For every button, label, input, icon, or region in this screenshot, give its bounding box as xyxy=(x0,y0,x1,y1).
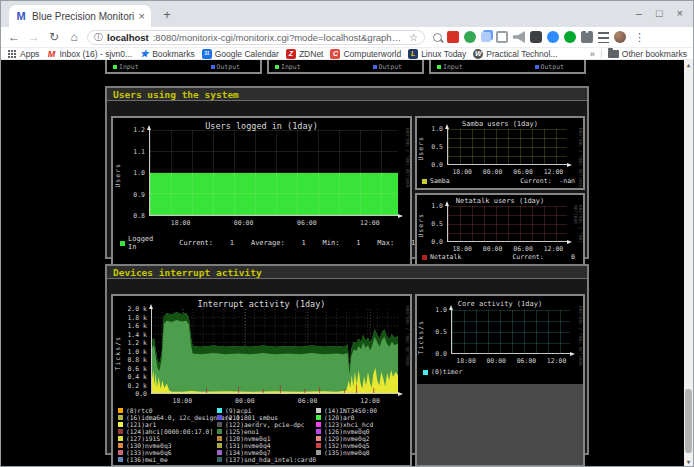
bookmarks-separator xyxy=(601,49,602,58)
tab-close-icon[interactable]: × xyxy=(139,10,145,22)
y-ticks: 1.00.50.0 xyxy=(421,129,443,165)
tick-label: 0.4 k xyxy=(127,373,147,381)
legend-row: Logged In Current: 1 Average: 1 Min: 1 M… xyxy=(120,235,403,251)
scroll-up-icon[interactable]: ▲ xyxy=(684,60,693,68)
legend-swatch-icon xyxy=(217,443,222,448)
current-value: Current: -nan xyxy=(520,177,575,185)
back-icon[interactable]: ← xyxy=(7,30,21,44)
grid xyxy=(452,310,570,353)
bookmark-item-zdnet[interactable]: ZZDNet xyxy=(286,49,324,59)
current-value: Current: 0 xyxy=(512,253,575,261)
output-legend: Output xyxy=(217,63,240,71)
bookmark-item-calendar[interactable]: 31Google Calendar xyxy=(202,49,279,59)
y-ticks: 2.0 k1.8 k1.6 k1.4 k1.2 k1.0 k0.8 k0.6 k… xyxy=(117,309,147,394)
tick-label: 1.8 k xyxy=(127,314,147,322)
dark-extension-icon[interactable] xyxy=(530,31,542,43)
legend-swatch-icon xyxy=(316,422,321,427)
axis-arrow-right-icon xyxy=(398,392,403,396)
legend-item: (132)nvme0q5 xyxy=(316,442,411,449)
mini-graph-box[interactable]: Input Output xyxy=(267,60,424,74)
reload-icon[interactable]: ↻ xyxy=(47,30,61,44)
bookmarks-overflow-icon[interactable]: » xyxy=(590,49,595,59)
address-bar[interactable]: ⓘ localhost :8080/monitorix-cgi/monitori… xyxy=(87,30,425,45)
legend-label: (21)i801_smbus xyxy=(225,414,278,421)
core-activity-box[interactable]: Core activity (1day) Ticks/s 1.00.50.0 1… xyxy=(415,294,585,467)
legend-item: (9)acpi xyxy=(217,407,312,414)
bookmark-item-computerworld[interactable]: CComputerworld xyxy=(330,49,401,59)
users-section: Users using the system Users logged in (… xyxy=(105,86,589,259)
evernote-extension-icon[interactable] xyxy=(564,31,576,43)
netatalk-users-graph[interactable]: Netatalk users (1day) Users 1.00.50.0 18… xyxy=(415,193,585,266)
browser-menu-icon[interactable]: ⋮ xyxy=(634,31,645,44)
new-tab-button[interactable]: + xyxy=(159,7,175,23)
linuxtoday-icon: L xyxy=(408,49,418,59)
minimize-button[interactable]: – xyxy=(636,5,642,21)
legend-swatch-icon xyxy=(316,408,321,413)
plot-area xyxy=(447,206,567,242)
legend-label: (129)nvme0q2 xyxy=(324,435,370,442)
extension-icons xyxy=(433,31,626,43)
maximize-button[interactable]: □ xyxy=(656,5,663,21)
home-icon[interactable]: ⌂ xyxy=(67,30,81,44)
tick-label: 1.1 xyxy=(133,148,145,156)
close-button[interactable]: × xyxy=(677,5,683,21)
legend-swatch-icon xyxy=(118,415,123,420)
graph-title: Interrupt activity (1day) xyxy=(113,299,410,309)
extensions-puzzle-icon[interactable] xyxy=(581,31,593,43)
browser-tab[interactable]: M Blue Precision Monitorix × xyxy=(9,5,151,27)
bookmark-item-gmail[interactable]: MInbox (16) - sjvn0... xyxy=(46,49,132,59)
pages-extension-icon[interactable] xyxy=(481,32,491,42)
tick-label: 0.0 xyxy=(431,238,443,246)
mail-extension-icon[interactable] xyxy=(447,31,459,43)
mini-graph-box[interactable]: Input Output xyxy=(105,60,262,74)
forward-icon[interactable]: → xyxy=(27,30,41,44)
globe-extension-icon[interactable] xyxy=(464,31,476,43)
bookmark-label: Linux Today xyxy=(421,49,466,59)
square-extension-icon[interactable] xyxy=(496,31,508,43)
mini-graph-box[interactable]: Input Output xyxy=(429,60,586,74)
scroll-down-icon[interactable]: ▼ xyxy=(684,458,693,466)
samba-swatch-icon xyxy=(422,179,427,184)
bookmark-item-apps[interactable]: Apps xyxy=(7,49,39,59)
speaker-extension-icon[interactable] xyxy=(513,31,525,43)
wordpress-icon: W xyxy=(473,49,483,59)
legend-swatch-icon xyxy=(118,436,123,441)
users-section-title: Users using the system xyxy=(107,88,587,101)
other-bookmarks-button[interactable]: Other bookmarks xyxy=(608,49,687,59)
legend-item: (16)idma64.0, i2c_designware.0 xyxy=(118,414,213,421)
legend-item: (133)nvme0q6 xyxy=(118,449,213,456)
playlist-extension-icon[interactable] xyxy=(598,32,609,43)
bookmark-label: Practical Technol... xyxy=(486,49,557,59)
interrupt-activity-graph[interactable]: Interrupt activity (1day) Ticks/s 2.0 k1… xyxy=(111,294,412,467)
netatalk-swatch-icon xyxy=(422,255,427,260)
tick-label: 00:00 xyxy=(483,245,503,253)
bookmark-star-icon[interactable]: ☆ xyxy=(409,32,418,43)
tick-label: 0.8 k xyxy=(127,356,147,364)
samba-users-graph[interactable]: Samba users (1day) Users 1.00.50.0 18:00… xyxy=(415,116,585,190)
page-info-icon[interactable]: ⓘ xyxy=(94,31,103,44)
legend-label: (136)mei_me xyxy=(126,456,168,463)
page-scrollbar[interactable]: ▲ ▼ xyxy=(684,60,693,466)
profile-avatar[interactable] xyxy=(614,31,626,43)
users-logged-in-graph[interactable]: Users logged in (1day) Users 1.21.11.00.… xyxy=(111,116,412,266)
legend-swatch-icon xyxy=(118,457,123,462)
output-legend: Output xyxy=(541,63,564,71)
tick-label: 0.5 xyxy=(435,328,447,336)
legend-item: (131)nvme0q4 xyxy=(217,442,312,449)
zoom-extension-icon[interactable] xyxy=(547,31,559,43)
legend-label: (14)INT3450:00 xyxy=(324,407,377,414)
tick-label: 00:00 xyxy=(483,168,503,176)
legend-swatch-icon xyxy=(316,429,321,434)
tick-label: 18:00 xyxy=(173,397,193,405)
tick-label: 06:00 xyxy=(513,245,533,253)
tick-label: 0.0 xyxy=(135,390,147,398)
legend-swatch-icon xyxy=(217,436,222,441)
bookmark-item-star[interactable]: ★Bookmarks xyxy=(139,49,195,59)
bookmark-item-linuxtoday[interactable]: LLinux Today xyxy=(408,49,466,59)
x-ticks: 18:0000:0006:0012:00 xyxy=(151,396,398,404)
tick-label: 1.2 xyxy=(133,126,145,134)
bookmark-item-wordpress[interactable]: WPractical Technol... xyxy=(473,49,557,59)
bookmark-label: Bookmarks xyxy=(152,49,195,59)
scrollbar-thumb[interactable] xyxy=(685,389,692,453)
search-extension-icon[interactable] xyxy=(433,33,442,42)
